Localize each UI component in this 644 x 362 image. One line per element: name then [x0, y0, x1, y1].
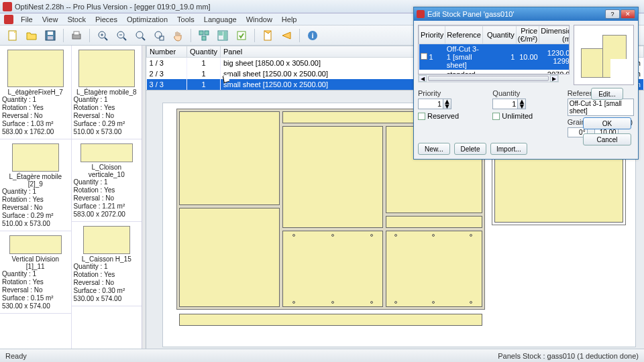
priority-label: Priority	[418, 89, 484, 97]
optimize-icon[interactable]	[234, 28, 249, 43]
pieces-panel: L_étagèreFixeH_7 Quantity : 1 Rotation :…	[0, 46, 146, 349]
priority-spinner[interactable]: ▲▼	[418, 99, 484, 109]
piece-name: L_Étagère mobile [2]_9	[2, 173, 69, 188]
svg-rect-19	[202, 36, 206, 40]
col-number[interactable]: Number	[147, 46, 187, 58]
menu-view[interactable]: View	[38, 15, 63, 24]
svg-line-14	[142, 38, 145, 40]
dialog-icon	[417, 10, 425, 18]
svg-line-11	[123, 38, 126, 40]
stock-row[interactable]: 1Off-Cut 3-1 [small sheet]110.001230.00 …	[419, 44, 570, 70]
dialog-title: Edit Stock Panel 'gass010'	[427, 10, 515, 18]
piece-thumb	[9, 235, 62, 254]
menu-file[interactable]: File	[16, 15, 38, 24]
quantity-spinner[interactable]: ▲▼	[492, 99, 559, 109]
import-button[interactable]: Import...	[490, 143, 527, 155]
svg-rect-2	[48, 32, 53, 35]
piece-thumb	[80, 143, 133, 162]
piece-cell[interactable]: L_étagèreFixeH_7 Quantity : 1 Rotation :…	[0, 46, 71, 139]
reference-value: Off-Cut 3-1 [small sheet]	[568, 99, 634, 116]
dialog-close-icon[interactable]: ✕	[621, 9, 635, 19]
hcol-priority[interactable]: Priority	[419, 26, 445, 44]
menu-help[interactable]: Help	[277, 15, 302, 24]
hand-pan-icon[interactable]	[170, 28, 185, 43]
svg-rect-18	[205, 31, 209, 35]
menu-stock[interactable]: Stock	[62, 15, 91, 24]
piece-name: L_Cloison verticale_10	[74, 164, 140, 178]
piece-cell[interactable]: Vertical Division [1]_11 Quantity : 1 Ro…	[0, 231, 71, 314]
piece-thumb	[7, 50, 64, 87]
svg-line-7	[105, 38, 107, 40]
svg-point-13	[136, 32, 143, 38]
print-icon[interactable]	[69, 28, 84, 43]
menu-language[interactable]: Language	[199, 15, 241, 24]
svg-text:i: i	[311, 32, 313, 40]
svg-rect-3	[48, 36, 53, 40]
dialog-help-icon[interactable]: ?	[605, 9, 620, 19]
delete-button[interactable]: Delete	[454, 143, 486, 155]
piece-name: L_Étagère mobile_8	[74, 88, 140, 96]
svg-rect-16	[160, 36, 164, 40]
edit-button[interactable]: Edit...	[591, 88, 623, 100]
ok-button[interactable]: OK	[583, 117, 631, 129]
quantity-input[interactable]	[492, 99, 518, 109]
hcol-dim[interactable]: Dimensions (mm)	[539, 26, 570, 44]
piece-cell[interactable]: L_Cloison verticale_10 Quantity : 1 Rota…	[72, 139, 142, 222]
menu-optimization[interactable]: Optimization	[122, 15, 172, 24]
menu-window[interactable]: Window	[241, 15, 277, 24]
menu-tools[interactable]: Tools	[172, 15, 199, 24]
piece-thumb	[12, 143, 59, 172]
pieces-scrollbar[interactable]	[142, 46, 146, 349]
status-right: Panels Stock : gass010 (1 deduction done…	[498, 352, 639, 360]
hcol-quantity[interactable]: Quantity	[483, 26, 517, 44]
svg-rect-5	[74, 32, 79, 35]
window-title: OptiNest 2.28h -- Pro Plus Version - [eg…	[15, 3, 211, 11]
status-left: Ready	[5, 352, 27, 360]
report-icon[interactable]	[260, 28, 275, 43]
zoom-fit-icon[interactable]	[133, 28, 148, 43]
stock-preview	[574, 25, 634, 85]
piece-name: L_Caisson H_15	[74, 255, 140, 263]
zoom-out-icon[interactable]	[114, 28, 129, 43]
zoom-window-icon[interactable]	[152, 28, 166, 43]
svg-point-15	[155, 32, 162, 38]
hcol-reference[interactable]: Reference	[445, 26, 483, 44]
edit-stock-dialog: Edit Stock Panel 'gass010' ? ✕ Priority …	[413, 7, 639, 160]
app-icon	[3, 2, 12, 11]
new-file-icon[interactable]	[5, 28, 20, 43]
hcol-price[interactable]: Price (€/m²)	[516, 26, 539, 44]
piece-name: L_étagèreFixeH_7	[2, 88, 69, 96]
pieces-icon[interactable]	[197, 28, 211, 43]
doc-icon	[4, 15, 13, 24]
unlimited-checkbox[interactable]	[492, 113, 500, 120]
status-bar: Ready Panels Stock : gass010 (1 deductio…	[0, 349, 644, 362]
stock-row[interactable]: 2standard sheetUnlimited10.002070.00 x 2…	[419, 70, 570, 74]
stock-list[interactable]: Priority Reference Quantity Price (€/m²)…	[418, 25, 570, 74]
save-icon[interactable]	[43, 28, 58, 43]
svg-rect-21	[219, 32, 223, 36]
piece-cell[interactable]: L_Étagère mobile_8 Quantity : 1 Rotation…	[72, 46, 142, 139]
open-file-icon[interactable]	[24, 28, 39, 43]
cancel-button[interactable]: Cancel	[583, 133, 631, 145]
info-icon[interactable]: i	[305, 28, 320, 43]
zoom-in-icon[interactable]	[95, 28, 110, 43]
piece-name: Vertical Division [1]_11	[2, 255, 69, 270]
col-quantity[interactable]: Quantity	[187, 46, 221, 58]
piece-cell[interactable]: L_Étagère mobile [2]_9 Quantity : 1 Rota…	[0, 139, 71, 231]
svg-rect-17	[199, 31, 203, 35]
piece-thumb	[83, 226, 130, 254]
new-button[interactable]: New...	[418, 143, 450, 155]
quantity-label: Quantity	[492, 89, 559, 97]
stocklist-hscroll[interactable]: ◀▶	[418, 74, 559, 82]
menu-pieces[interactable]: Pieces	[91, 15, 122, 24]
priority-input[interactable]	[418, 99, 443, 109]
piece-thumb	[78, 50, 135, 87]
svg-rect-22	[223, 32, 227, 40]
piece-cell[interactable]: L_Caisson H_15 Quantity : 1 Rotation : Y…	[72, 222, 142, 306]
export-icon[interactable]	[279, 28, 294, 43]
reserved-checkbox[interactable]	[418, 113, 425, 120]
nest-icon[interactable]	[215, 28, 230, 43]
dialog-titlebar[interactable]: Edit Stock Panel 'gass010' ? ✕	[414, 7, 638, 21]
